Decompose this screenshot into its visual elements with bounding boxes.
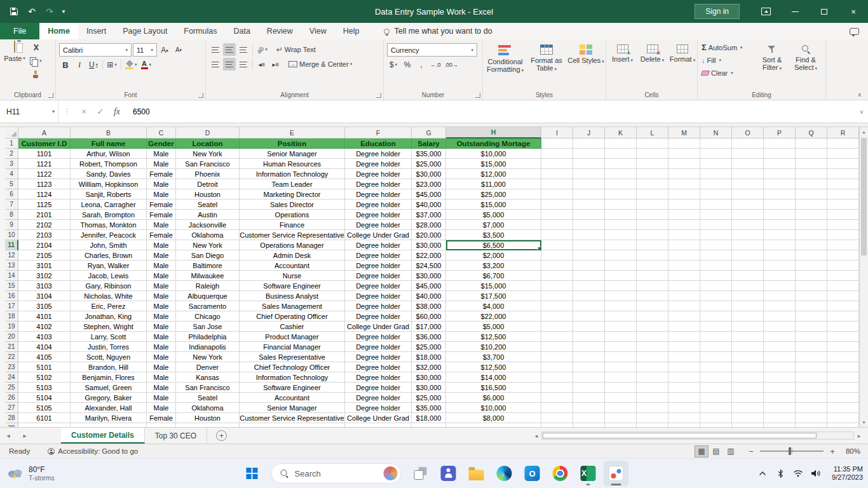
cell-Q5[interactable] (796, 179, 827, 189)
cell-A1[interactable]: Customer I.D (18, 139, 71, 149)
cell-B21[interactable]: Justin, Torres (71, 342, 147, 352)
cell-A12[interactable]: 2105 (18, 250, 71, 261)
zoom-slider[interactable] (760, 447, 824, 456)
cell-H16[interactable]: $17,500 (446, 291, 541, 301)
cell-L15[interactable] (637, 281, 668, 291)
cell-R11[interactable] (827, 240, 859, 250)
cell-D20[interactable]: Philadelphia (176, 332, 240, 342)
cell-P21[interactable] (764, 342, 796, 352)
cell-I22[interactable] (541, 352, 573, 362)
cell-Q10[interactable] (796, 230, 827, 240)
cell-E7[interactable]: Sales Director (240, 200, 345, 210)
scroll-left-icon[interactable]: ◂ (531, 433, 541, 439)
cell-F4[interactable]: Degree holder (345, 169, 412, 179)
cell-A5[interactable]: 1123 (18, 179, 71, 189)
insert-function-icon[interactable]: fx (109, 107, 125, 117)
cell-F29[interactable] (345, 423, 412, 427)
cell-B19[interactable]: Stephen, Wright (71, 322, 147, 332)
cell-M17[interactable] (668, 301, 700, 311)
cell-D11[interactable]: New York (176, 240, 240, 250)
cell-M22[interactable] (668, 352, 700, 362)
cell-G18[interactable]: $60,000 (412, 311, 446, 322)
vertical-scrollbar-thumb[interactable] (861, 138, 867, 255)
cell-I23[interactable] (541, 362, 573, 372)
cell-B29[interactable] (71, 423, 147, 427)
cell-E2[interactable]: Senior Manager (240, 149, 345, 159)
cell-C5[interactable]: Male (147, 179, 176, 189)
cell-A10[interactable]: 2103 (18, 230, 71, 240)
cell-B9[interactable]: Thomas, Monkton (71, 220, 147, 230)
underline-button[interactable]: U▾ (87, 58, 100, 71)
cell-C14[interactable]: Male (147, 271, 176, 281)
clear-button[interactable]: Clear▾ (700, 67, 756, 79)
cell-D9[interactable]: Jacksonville (176, 220, 240, 230)
cell-P11[interactable] (764, 240, 796, 250)
row-header-6[interactable]: 6 (5, 189, 18, 200)
column-header-J[interactable]: J (573, 127, 605, 139)
cell-N18[interactable] (700, 311, 732, 322)
horizontal-scrollbar[interactable]: ◂ ▸ (531, 428, 868, 444)
cell-B13[interactable]: Ryan, Walker (71, 261, 147, 271)
cell-E29[interactable] (240, 423, 345, 427)
row-header-26[interactable]: 26 (5, 393, 18, 403)
cell-R20[interactable] (827, 332, 859, 342)
alignment-dialog-launcher-icon[interactable] (376, 93, 381, 98)
cell-O1[interactable] (732, 139, 764, 149)
cell-N10[interactable] (700, 230, 732, 240)
percent-style-button[interactable]: % (401, 58, 414, 71)
cell-H24[interactable]: $14,000 (446, 372, 541, 383)
cell-H20[interactable]: $12,500 (446, 332, 541, 342)
cell-L20[interactable] (637, 332, 668, 342)
cell-L10[interactable] (637, 230, 668, 240)
cell-D13[interactable]: Baltimore (176, 261, 240, 271)
taskbar-outlook-button[interactable] (520, 461, 545, 486)
cell-P18[interactable] (764, 311, 796, 322)
cell-P17[interactable] (764, 301, 796, 311)
page-break-view-button[interactable]: ▥ (724, 446, 737, 457)
row-header-5[interactable]: 5 (5, 179, 18, 189)
cell-J26[interactable] (573, 393, 605, 403)
cell-J20[interactable] (573, 332, 605, 342)
column-header-P[interactable]: P (764, 127, 796, 139)
cell-B15[interactable]: Gary, Ribinson (71, 281, 147, 291)
cell-L29[interactable] (637, 423, 668, 427)
cell-J16[interactable] (573, 291, 605, 301)
column-header-K[interactable]: K (605, 127, 637, 139)
cell-N5[interactable] (700, 179, 732, 189)
save-button[interactable] (5, 2, 23, 21)
close-button[interactable]: × (839, 0, 868, 23)
cell-J5[interactable] (573, 179, 605, 189)
cell-K2[interactable] (605, 149, 637, 159)
cell-G1[interactable]: Salary (412, 139, 446, 149)
cell-O20[interactable] (732, 332, 764, 342)
align-right-button[interactable] (237, 58, 250, 71)
cell-N29[interactable] (700, 423, 732, 427)
cell-Q27[interactable] (796, 403, 827, 413)
cell-M4[interactable] (668, 169, 700, 179)
cell-O26[interactable] (732, 393, 764, 403)
cell-Q21[interactable] (796, 342, 827, 352)
cell-E18[interactable]: Chief Operating Officer (240, 311, 345, 322)
cell-G3[interactable]: $25,000 (412, 159, 446, 169)
cell-C3[interactable]: Male (147, 159, 176, 169)
normal-view-button[interactable]: ▦ (695, 446, 708, 457)
row-header-29[interactable]: 29 (5, 423, 18, 427)
cell-F1[interactable]: Education (345, 139, 412, 149)
cell-N19[interactable] (700, 322, 732, 332)
cell-H19[interactable]: $5,000 (446, 322, 541, 332)
borders-button[interactable]: ⊞▾ (105, 58, 118, 71)
font-dialog-launcher-icon[interactable] (198, 93, 203, 98)
cell-R3[interactable] (827, 159, 859, 169)
cell-Q17[interactable] (796, 301, 827, 311)
cell-K20[interactable] (605, 332, 637, 342)
collapse-ribbon-button[interactable]: ∧ (857, 92, 862, 98)
cell-D27[interactable]: Oklahoma (176, 403, 240, 413)
cell-A14[interactable]: 3102 (18, 271, 71, 281)
cell-I20[interactable] (541, 332, 573, 342)
cell-J28[interactable] (573, 413, 605, 423)
cell-B20[interactable]: Larry, Scott (71, 332, 147, 342)
column-header-Q[interactable]: Q (796, 127, 827, 139)
cell-B3[interactable]: Robert, Thompson (71, 159, 147, 169)
cell-L27[interactable] (637, 403, 668, 413)
cell-J12[interactable] (573, 250, 605, 261)
